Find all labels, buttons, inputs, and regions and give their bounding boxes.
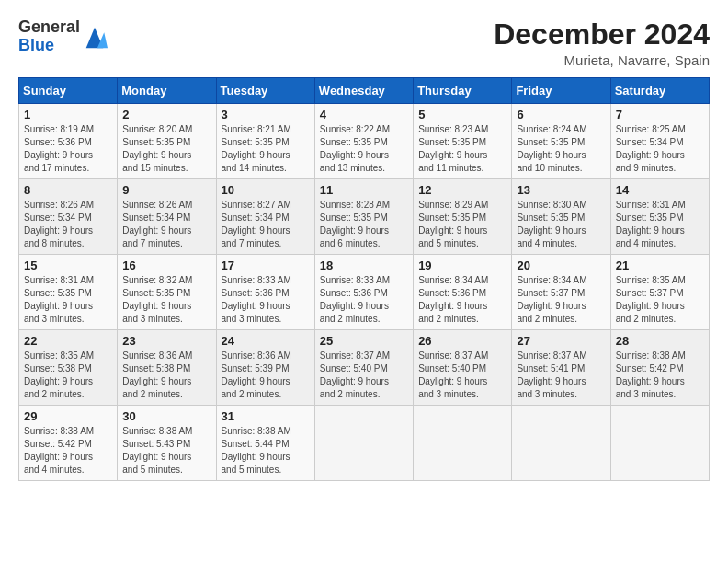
col-sunday: Sunday (19, 78, 118, 104)
calendar-cell: 3Sunrise: 8:21 AM Sunset: 5:35 PM Daylig… (216, 104, 314, 179)
day-number: 17 (222, 259, 310, 272)
day-number: 18 (320, 259, 408, 272)
calendar-week-row: 29Sunrise: 8:38 AM Sunset: 5:42 PM Dayli… (19, 406, 710, 481)
day-number: 20 (517, 259, 605, 272)
day-info: Sunrise: 8:25 AM Sunset: 5:34 PM Dayligh… (616, 123, 704, 175)
calendar-cell: 6Sunrise: 8:24 AM Sunset: 5:35 PM Daylig… (512, 104, 610, 179)
col-wednesday: Wednesday (314, 78, 413, 104)
day-number: 31 (222, 409, 310, 423)
calendar-cell: 13Sunrise: 8:30 AM Sunset: 5:35 PM Dayli… (512, 179, 610, 255)
calendar-cell: 28Sunrise: 8:38 AM Sunset: 5:42 PM Dayli… (610, 330, 709, 406)
day-number: 29 (24, 409, 112, 423)
day-info: Sunrise: 8:22 AM Sunset: 5:35 PM Dayligh… (320, 123, 408, 175)
calendar: Sunday Monday Tuesday Wednesday Thursday… (18, 77, 710, 481)
day-number: 2 (122, 108, 210, 121)
day-number: 24 (222, 334, 310, 348)
calendar-cell: 26Sunrise: 8:37 AM Sunset: 5:40 PM Dayli… (414, 330, 512, 406)
day-info: Sunrise: 8:35 AM Sunset: 5:37 PM Dayligh… (616, 274, 704, 326)
calendar-cell: 1Sunrise: 8:19 AM Sunset: 5:36 PM Daylig… (19, 104, 118, 179)
calendar-cell: 2Sunrise: 8:20 AM Sunset: 5:35 PM Daylig… (118, 104, 216, 179)
day-info: Sunrise: 8:36 AM Sunset: 5:39 PM Dayligh… (222, 350, 310, 401)
day-number: 26 (418, 334, 506, 348)
day-info: Sunrise: 8:26 AM Sunset: 5:34 PM Dayligh… (24, 199, 112, 250)
calendar-cell: 25Sunrise: 8:37 AM Sunset: 5:40 PM Dayli… (314, 330, 413, 406)
day-number: 13 (517, 183, 605, 197)
day-info: Sunrise: 8:34 AM Sunset: 5:37 PM Dayligh… (517, 274, 605, 326)
day-number: 19 (418, 259, 506, 272)
day-info: Sunrise: 8:28 AM Sunset: 5:35 PM Dayligh… (320, 199, 408, 250)
calendar-cell: 4Sunrise: 8:22 AM Sunset: 5:35 PM Daylig… (314, 104, 413, 179)
calendar-header-row: Sunday Monday Tuesday Wednesday Thursday… (19, 78, 710, 104)
col-tuesday: Tuesday (216, 78, 314, 104)
day-number: 1 (24, 108, 112, 121)
day-info: Sunrise: 8:23 AM Sunset: 5:35 PM Dayligh… (418, 123, 506, 175)
col-monday: Monday (118, 78, 216, 104)
calendar-cell: 12Sunrise: 8:29 AM Sunset: 5:35 PM Dayli… (414, 179, 512, 255)
calendar-cell: 10Sunrise: 8:27 AM Sunset: 5:34 PM Dayli… (216, 179, 314, 255)
logo-general: General (18, 18, 80, 37)
calendar-cell: 27Sunrise: 8:37 AM Sunset: 5:41 PM Dayli… (512, 330, 610, 406)
logo-blue: Blue (18, 37, 80, 55)
calendar-cell (314, 406, 413, 481)
calendar-cell (512, 406, 610, 481)
calendar-cell: 21Sunrise: 8:35 AM Sunset: 5:37 PM Dayli… (610, 255, 709, 330)
calendar-cell (610, 406, 709, 481)
day-number: 6 (517, 108, 605, 121)
calendar-week-row: 15Sunrise: 8:31 AM Sunset: 5:35 PM Dayli… (19, 255, 710, 330)
day-number: 3 (222, 108, 310, 121)
day-number: 22 (24, 334, 112, 348)
day-info: Sunrise: 8:36 AM Sunset: 5:38 PM Dayligh… (122, 350, 210, 401)
day-info: Sunrise: 8:26 AM Sunset: 5:34 PM Dayligh… (122, 199, 210, 250)
day-info: Sunrise: 8:34 AM Sunset: 5:36 PM Dayligh… (418, 274, 506, 326)
calendar-cell: 20Sunrise: 8:34 AM Sunset: 5:37 PM Dayli… (512, 255, 610, 330)
day-info: Sunrise: 8:30 AM Sunset: 5:35 PM Dayligh… (517, 199, 605, 250)
day-info: Sunrise: 8:29 AM Sunset: 5:35 PM Dayligh… (418, 199, 506, 250)
day-number: 5 (418, 108, 506, 121)
logo-icon (82, 24, 108, 50)
day-number: 11 (320, 183, 408, 197)
day-info: Sunrise: 8:38 AM Sunset: 5:44 PM Dayligh… (222, 425, 310, 477)
day-number: 14 (616, 183, 704, 197)
calendar-cell: 19Sunrise: 8:34 AM Sunset: 5:36 PM Dayli… (414, 255, 512, 330)
calendar-cell: 18Sunrise: 8:33 AM Sunset: 5:36 PM Dayli… (314, 255, 413, 330)
logo: General Blue (18, 18, 108, 55)
calendar-week-row: 8Sunrise: 8:26 AM Sunset: 5:34 PM Daylig… (19, 179, 710, 255)
day-info: Sunrise: 8:38 AM Sunset: 5:42 PM Dayligh… (24, 425, 112, 477)
calendar-cell: 16Sunrise: 8:32 AM Sunset: 5:35 PM Dayli… (118, 255, 216, 330)
day-number: 8 (24, 183, 112, 197)
subtitle: Murieta, Navarre, Spain (494, 52, 710, 68)
calendar-cell: 11Sunrise: 8:28 AM Sunset: 5:35 PM Dayli… (314, 179, 413, 255)
title-block: December 2024 Murieta, Navarre, Spain (494, 18, 710, 68)
day-info: Sunrise: 8:27 AM Sunset: 5:34 PM Dayligh… (222, 199, 310, 250)
calendar-cell: 8Sunrise: 8:26 AM Sunset: 5:34 PM Daylig… (19, 179, 118, 255)
day-info: Sunrise: 8:32 AM Sunset: 5:35 PM Dayligh… (122, 274, 210, 326)
day-info: Sunrise: 8:38 AM Sunset: 5:42 PM Dayligh… (616, 350, 704, 401)
calendar-cell: 14Sunrise: 8:31 AM Sunset: 5:35 PM Dayli… (610, 179, 709, 255)
calendar-cell: 22Sunrise: 8:35 AM Sunset: 5:38 PM Dayli… (19, 330, 118, 406)
day-info: Sunrise: 8:37 AM Sunset: 5:40 PM Dayligh… (418, 350, 506, 401)
calendar-cell: 9Sunrise: 8:26 AM Sunset: 5:34 PM Daylig… (118, 179, 216, 255)
calendar-cell: 17Sunrise: 8:33 AM Sunset: 5:36 PM Dayli… (216, 255, 314, 330)
col-thursday: Thursday (414, 78, 512, 104)
day-info: Sunrise: 8:24 AM Sunset: 5:35 PM Dayligh… (517, 123, 605, 175)
day-info: Sunrise: 8:31 AM Sunset: 5:35 PM Dayligh… (24, 274, 112, 326)
page: General Blue December 2024 Murieta, Nava… (0, 0, 728, 563)
day-number: 23 (122, 334, 210, 348)
day-number: 15 (24, 259, 112, 272)
calendar-cell (414, 406, 512, 481)
calendar-cell: 24Sunrise: 8:36 AM Sunset: 5:39 PM Dayli… (216, 330, 314, 406)
day-number: 30 (122, 409, 210, 423)
calendar-cell: 23Sunrise: 8:36 AM Sunset: 5:38 PM Dayli… (118, 330, 216, 406)
main-title: December 2024 (494, 18, 710, 51)
day-info: Sunrise: 8:37 AM Sunset: 5:41 PM Dayligh… (517, 350, 605, 401)
day-number: 12 (418, 183, 506, 197)
day-number: 9 (122, 183, 210, 197)
header: General Blue December 2024 Murieta, Nava… (18, 18, 710, 68)
day-info: Sunrise: 8:37 AM Sunset: 5:40 PM Dayligh… (320, 350, 408, 401)
day-number: 4 (320, 108, 408, 121)
calendar-week-row: 1Sunrise: 8:19 AM Sunset: 5:36 PM Daylig… (19, 104, 710, 179)
calendar-cell: 29Sunrise: 8:38 AM Sunset: 5:42 PM Dayli… (19, 406, 118, 481)
col-friday: Friday (512, 78, 610, 104)
day-info: Sunrise: 8:21 AM Sunset: 5:35 PM Dayligh… (222, 123, 310, 175)
day-info: Sunrise: 8:19 AM Sunset: 5:36 PM Dayligh… (24, 123, 112, 175)
